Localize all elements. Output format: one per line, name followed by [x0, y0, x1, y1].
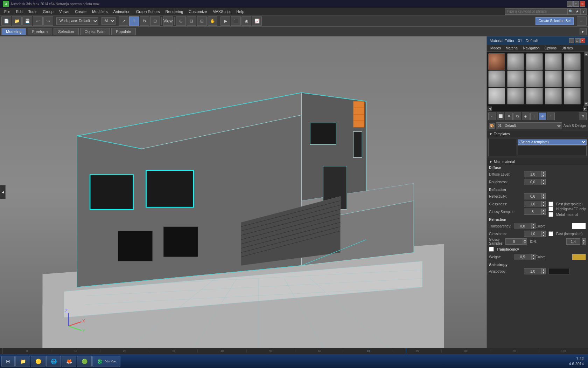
anisotropy-input[interactable]: [524, 268, 541, 274]
new-button[interactable]: 📄: [1, 16, 11, 26]
mat-close[interactable]: ✕: [580, 38, 585, 43]
anisotropy-up[interactable]: ▲: [541, 268, 546, 271]
mat-tool-assign[interactable]: ⊛: [539, 113, 546, 120]
close-button[interactable]: ✕: [580, 1, 585, 7]
filter-dropdown[interactable]: All: [102, 17, 115, 25]
tab-freeform[interactable]: Freeform: [28, 28, 52, 35]
glossiness-down[interactable]: ▼: [541, 204, 546, 207]
ref-glossiness-down[interactable]: ▼: [541, 234, 546, 237]
move-tool[interactable]: ✛: [129, 16, 139, 26]
mat-menu-navigation[interactable]: Navigation: [521, 46, 542, 51]
taskbar-utorrent[interactable]: 🟢: [77, 356, 92, 367]
menu-create[interactable]: Create: [72, 9, 89, 14]
select-tool[interactable]: ↗: [119, 16, 128, 26]
mat-tool-delete[interactable]: ✕: [505, 113, 513, 120]
glossy-samples-input[interactable]: [524, 209, 541, 215]
glossy-samples2-down[interactable]: ▼: [523, 241, 527, 245]
metal-checkbox[interactable]: [548, 212, 553, 217]
weight-up[interactable]: ▲: [531, 254, 536, 257]
mat-sphere-10[interactable]: [564, 70, 581, 87]
mat-tool-unique[interactable]: ◈: [522, 113, 530, 120]
zoom-all[interactable]: ⊞: [197, 16, 207, 26]
curve-editor-btn[interactable]: 📈: [252, 16, 262, 26]
tab-selection[interactable]: Selection: [54, 28, 78, 35]
menu-rendering[interactable]: Rendering: [163, 9, 186, 14]
mat-sphere-14[interactable]: [545, 88, 562, 104]
reflectivity-input[interactable]: [524, 193, 541, 199]
more-tools[interactable]: ⋯: [577, 16, 587, 26]
restore-button[interactable]: □: [573, 1, 579, 7]
ref-glossiness-up[interactable]: ▲: [541, 231, 546, 234]
anisotropy-down[interactable]: ▼: [541, 271, 546, 274]
quick-render[interactable]: ⬛: [231, 16, 241, 26]
roughness-down[interactable]: ▼: [541, 182, 546, 185]
reflectivity-down[interactable]: ▼: [541, 196, 546, 199]
mat-sphere-12[interactable]: [507, 88, 524, 104]
templates-header[interactable]: ▼ Templates: [487, 130, 588, 137]
star-icon[interactable]: ★: [574, 8, 580, 15]
menu-modifiers[interactable]: Modifiers: [89, 9, 111, 14]
transparency-input[interactable]: [514, 223, 531, 229]
mat-scroll-down[interactable]: ▼: [584, 102, 588, 106]
mat-sphere-2[interactable]: [507, 53, 524, 70]
ref-glossiness-input[interactable]: [524, 231, 541, 237]
mat-sphere-7[interactable]: [507, 70, 524, 87]
help-icon[interactable]: ?: [580, 8, 587, 15]
mat-menu-options[interactable]: Options: [542, 46, 559, 51]
undo-button[interactable]: ↩: [33, 16, 43, 26]
open-button[interactable]: 📁: [12, 16, 22, 26]
render-btn[interactable]: ▶: [220, 16, 230, 26]
weight-down[interactable]: ▼: [531, 257, 536, 260]
glossy-samples-up[interactable]: ▲: [541, 209, 546, 212]
mat-sphere-8[interactable]: [526, 70, 543, 87]
taskbar-ie[interactable]: 🌐: [46, 356, 61, 367]
mat-tool-options[interactable]: ⚙: [579, 113, 587, 120]
search-input[interactable]: [505, 8, 568, 15]
main-material-header[interactable]: ▼ Main material: [487, 158, 588, 165]
mat-tool-get[interactable]: ↑: [547, 113, 555, 120]
sphere-nav-right[interactable]: ►: [583, 107, 587, 111]
highlights-checkbox[interactable]: [548, 206, 553, 211]
mat-tool-copy[interactable]: ⧉: [513, 113, 521, 120]
material-editor-btn[interactable]: ◉: [241, 16, 251, 26]
redo-button[interactable]: ↪: [43, 16, 53, 26]
glossiness-up[interactable]: ▲: [541, 201, 546, 204]
mat-restore[interactable]: □: [575, 38, 580, 43]
tab-object-paint[interactable]: Object Paint: [80, 28, 110, 35]
save-button[interactable]: 💾: [22, 16, 32, 26]
diffuse-level-down[interactable]: ▼: [541, 174, 546, 177]
viewport[interactable]: [+][Perspective][Shading+Edges+Faces]: [0, 36, 486, 348]
taskbar-3dsmax[interactable]: 🐉 3ds Max: [92, 356, 120, 367]
menu-help[interactable]: Help: [233, 9, 247, 14]
create-selection-button[interactable]: Create Selection Sel: [536, 17, 574, 25]
mat-tool-sample[interactable]: ○: [488, 113, 496, 120]
menu-animation[interactable]: Animation: [111, 9, 133, 14]
tab-populate[interactable]: Populate: [111, 28, 135, 35]
mat-sphere-4[interactable]: [545, 53, 562, 70]
viewport-scroll-left[interactable]: ◄: [0, 185, 6, 199]
roughness-input[interactable]: [524, 179, 541, 185]
trans-color-swatch[interactable]: [572, 254, 586, 260]
tab-modeling[interactable]: Modeling: [1, 28, 26, 35]
minimize-button[interactable]: _: [567, 1, 573, 7]
glossy-samples-down[interactable]: ▼: [541, 212, 546, 215]
taskbar-firefox[interactable]: 🦊: [62, 356, 76, 367]
mat-sphere-3[interactable]: [526, 53, 543, 70]
mat-sphere-11[interactable]: [488, 88, 505, 104]
transparency-up[interactable]: ▲: [531, 223, 536, 226]
menu-views[interactable]: Views: [56, 9, 72, 14]
weight-input[interactable]: [514, 254, 531, 260]
ior-input[interactable]: [566, 238, 580, 245]
mat-minimize[interactable]: _: [569, 38, 574, 43]
mat-menu-utilities[interactable]: Utilities: [559, 46, 575, 51]
scale-tool[interactable]: ⊡: [150, 16, 160, 26]
color-swatch[interactable]: [572, 223, 586, 229]
pan-tool[interactable]: ✋: [208, 16, 217, 26]
glossy-samples2-up[interactable]: ▲: [523, 238, 527, 241]
fast-interp-checkbox[interactable]: [548, 202, 553, 206]
mat-picker-icon[interactable]: 🎨: [489, 123, 495, 129]
translucency-checkbox[interactable]: [489, 247, 494, 252]
reflectivity-up[interactable]: ▲: [541, 193, 546, 196]
mat-sphere-9[interactable]: [545, 70, 562, 87]
workspace-dropdown[interactable]: Workspace: Default: [56, 17, 98, 25]
